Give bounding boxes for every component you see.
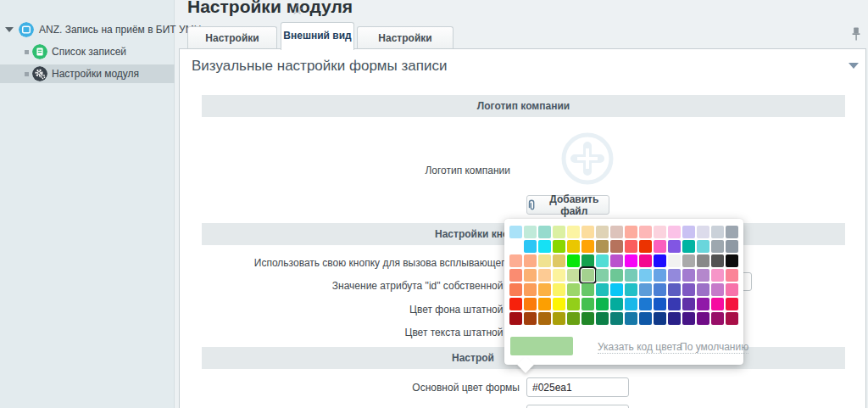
color-swatch[interactable] — [581, 254, 594, 267]
favorite-star-icon[interactable]: ☆ — [291, 1, 303, 19]
color-swatch[interactable] — [726, 226, 738, 238]
color-swatch[interactable] — [654, 226, 666, 238]
color-swatch[interactable] — [610, 240, 623, 253]
color-swatch[interactable] — [596, 283, 609, 296]
color-swatch[interactable] — [538, 226, 551, 238]
color-swatch[interactable] — [509, 312, 522, 325]
color-swatch[interactable] — [610, 226, 623, 238]
color-swatch[interactable] — [538, 254, 551, 267]
color-swatch[interactable] — [639, 269, 652, 282]
color-swatch[interactable] — [524, 254, 537, 267]
color-swatch[interactable] — [567, 312, 580, 325]
color-swatch[interactable] — [553, 283, 565, 296]
color-swatch[interactable] — [726, 240, 738, 253]
pin-icon[interactable] — [849, 26, 863, 42]
sidebar-item-label[interactable]: Настройки модуля — [52, 68, 139, 80]
color-swatch[interactable] — [639, 240, 652, 253]
color-swatch[interactable] — [711, 226, 724, 238]
color-swatch[interactable] — [581, 312, 594, 325]
color-swatch[interactable] — [711, 240, 724, 253]
add-file-button[interactable]: Добавить файл — [526, 195, 609, 215]
color-swatch[interactable] — [697, 240, 709, 253]
color-swatch[interactable] — [682, 298, 695, 310]
color-swatch[interactable] — [567, 283, 580, 296]
color-swatch[interactable] — [654, 298, 666, 310]
color-swatch[interactable] — [567, 298, 580, 310]
color-swatch[interactable] — [538, 240, 551, 253]
color-swatch[interactable] — [610, 254, 623, 267]
color-swatch[interactable] — [524, 226, 537, 238]
secondary-color-input[interactable] — [526, 405, 629, 408]
sidebar-item-module-settings[interactable]: Настройки модуля — [0, 64, 175, 83]
color-swatch[interactable] — [524, 240, 537, 253]
color-swatch[interactable] — [509, 240, 522, 253]
color-swatch[interactable] — [596, 240, 609, 253]
color-swatch[interactable] — [596, 254, 609, 267]
color-swatch[interactable] — [668, 226, 681, 238]
color-swatch[interactable] — [509, 298, 522, 310]
color-swatch[interactable] — [524, 283, 537, 296]
color-swatch[interactable] — [610, 298, 623, 310]
color-swatch[interactable] — [711, 298, 724, 310]
color-swatch[interactable] — [524, 298, 537, 310]
color-swatch[interactable] — [654, 269, 666, 282]
color-swatch[interactable] — [509, 254, 522, 267]
color-swatch[interactable] — [625, 298, 637, 310]
main-form-color-input[interactable] — [526, 377, 629, 397]
color-swatch[interactable] — [711, 254, 724, 267]
color-swatch[interactable] — [697, 312, 709, 325]
color-swatch[interactable] — [567, 254, 580, 267]
color-swatch[interactable] — [596, 312, 609, 325]
color-swatch[interactable] — [509, 226, 522, 238]
color-swatch[interactable] — [697, 269, 709, 282]
color-swatch[interactable] — [682, 254, 695, 267]
color-swatch[interactable] — [654, 254, 666, 267]
color-swatch[interactable] — [567, 240, 580, 253]
enter-color-code-link[interactable]: Указать код цвета — [598, 341, 682, 354]
color-swatch[interactable] — [538, 269, 551, 282]
color-swatch[interactable] — [524, 269, 537, 282]
color-swatch[interactable] — [697, 283, 709, 296]
sidebar-item-label[interactable]: Список записей — [52, 46, 126, 58]
color-swatch[interactable] — [682, 240, 695, 253]
color-swatch[interactable] — [682, 226, 695, 238]
color-swatch[interactable] — [524, 312, 537, 325]
color-swatch[interactable] — [553, 298, 565, 310]
color-swatch[interactable] — [581, 298, 594, 310]
default-color-link[interactable]: По умолчанию — [680, 341, 748, 354]
color-swatch[interactable] — [581, 283, 594, 296]
color-swatch[interactable] — [697, 254, 709, 267]
color-swatch[interactable] — [625, 254, 637, 267]
color-swatch[interactable] — [538, 312, 551, 325]
color-swatch[interactable] — [697, 226, 709, 238]
color-swatch[interactable] — [553, 240, 565, 253]
color-swatch[interactable] — [567, 269, 580, 282]
chevron-down-icon[interactable] — [5, 27, 14, 32]
tab-module-settings[interactable]: Настройки модуля — [187, 26, 277, 49]
color-swatch[interactable] — [538, 298, 551, 310]
section-collapse-icon[interactable] — [849, 63, 859, 69]
color-swatch[interactable] — [581, 269, 594, 282]
color-swatch[interactable] — [596, 269, 609, 282]
color-swatch[interactable] — [639, 312, 652, 325]
sidebar-item-label[interactable]: ANZ. Запись на приём в БИТ УМЦ — [39, 24, 202, 36]
color-swatch[interactable] — [711, 269, 724, 282]
color-swatch[interactable] — [726, 298, 738, 310]
color-swatch[interactable] — [668, 254, 681, 267]
sidebar-item-record-list[interactable]: Список записей — [0, 42, 175, 61]
color-swatch[interactable] — [726, 269, 738, 282]
color-swatch[interactable] — [581, 240, 594, 253]
color-swatch[interactable] — [668, 298, 681, 310]
color-swatch[interactable] — [668, 240, 681, 253]
color-swatch[interactable] — [711, 312, 724, 325]
color-swatch[interactable] — [625, 240, 637, 253]
color-swatch[interactable] — [654, 312, 666, 325]
color-swatch[interactable] — [553, 312, 565, 325]
color-swatch[interactable] — [625, 226, 637, 238]
color-swatch[interactable] — [639, 226, 652, 238]
tab-appearance[interactable]: Внешний вид — [281, 22, 354, 50]
color-swatch[interactable] — [654, 283, 666, 296]
color-swatch[interactable] — [625, 269, 637, 282]
color-swatch[interactable] — [596, 226, 609, 238]
color-swatch[interactable] — [596, 298, 609, 310]
